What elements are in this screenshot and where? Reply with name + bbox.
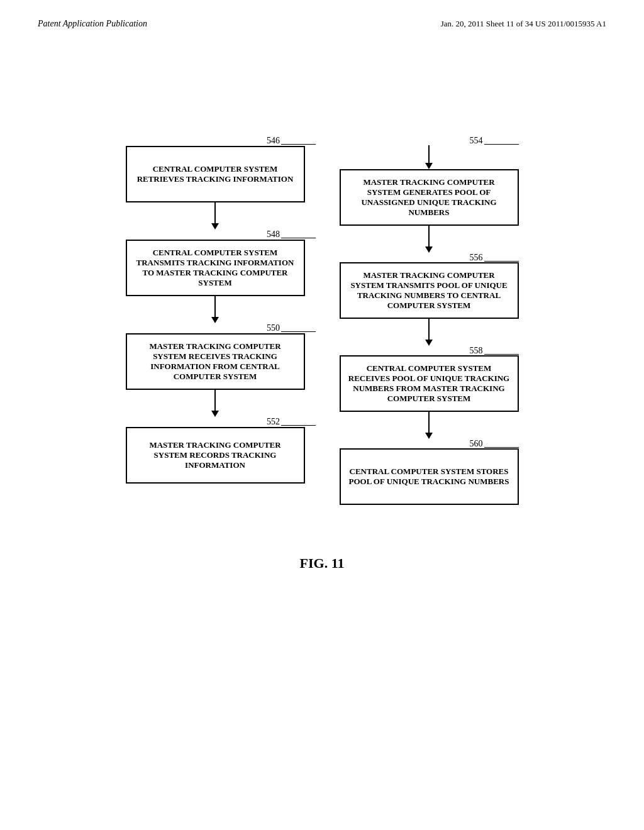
figure-caption: FIG. 11 — [0, 555, 644, 572]
step-558-text: CENTRAL COMPUTER SYSTEM RECEIVES POOL OF… — [348, 363, 510, 404]
step-560-tick — [484, 447, 519, 448]
step-556-text: MASTER TRACKING COMPUTER SYSTEM TRANSMIT… — [348, 270, 510, 311]
step-556-label-row: 556 — [340, 253, 519, 263]
step-554-tick — [484, 144, 519, 145]
step-546-tick — [281, 144, 316, 145]
step-552-number: 552 — [267, 417, 280, 427]
step-558-tick — [484, 354, 519, 355]
step-550-label: 550 — [267, 323, 316, 333]
step-552-label: 552 — [267, 417, 316, 427]
arrow-546-548 — [214, 202, 216, 224]
step-554-number: 554 — [470, 136, 483, 146]
step-550-text: MASTER TRACKING COMPUTER SYSTEM RECEIVES… — [135, 341, 296, 382]
step-554-text: MASTER TRACKING COMPUTER SYSTEM GENERATE… — [348, 177, 510, 218]
arrow-554-556 — [428, 226, 430, 248]
step-546-text: CENTRAL COMPUTER SYSTEM RETRIEVES TRACKI… — [135, 164, 296, 184]
publication-label: Patent Application Publication — [38, 19, 147, 29]
step-546-number: 546 — [267, 136, 280, 146]
arrow-558-560 — [428, 412, 430, 434]
top-incoming-arrow-container — [340, 145, 519, 164]
step-548-box: CENTRAL COMPUTER SYSTEM TRANSMITS TRACKI… — [126, 240, 305, 296]
step-546-label: 546 — [267, 136, 316, 146]
step-556-number: 556 — [470, 253, 483, 263]
step-556-box: MASTER TRACKING COMPUTER SYSTEM TRANSMIT… — [340, 262, 519, 319]
step-552-tick — [281, 425, 316, 426]
step-560-box: CENTRAL COMPUTER SYSTEM STORES POOL OF U… — [340, 448, 519, 505]
arrow-550-552 — [214, 390, 216, 412]
step-560-number: 560 — [470, 439, 483, 449]
right-column: 554 MASTER TRACKING COMPUTER SYSTEM GENE… — [328, 136, 530, 505]
step-554-box: MASTER TRACKING COMPUTER SYSTEM GENERATE… — [340, 169, 519, 226]
step-548-tick — [281, 238, 316, 238]
step-554-label-row: 554 — [340, 136, 519, 146]
step-560-text: CENTRAL COMPUTER SYSTEM STORES POOL OF U… — [348, 467, 510, 487]
step-560-label-row: 560 — [340, 439, 519, 449]
diagram-area: 546 CENTRAL COMPUTER SYSTEM RETRIEVES TR… — [0, 136, 644, 505]
patent-info: Jan. 20, 2011 Sheet 11 of 34 US 2011/001… — [441, 19, 606, 29]
top-incoming-arrowhead — [425, 163, 433, 169]
step-556-tick — [484, 261, 519, 262]
arrow-548-550 — [214, 296, 216, 318]
step-548-number: 548 — [267, 230, 280, 240]
left-column: 546 CENTRAL COMPUTER SYSTEM RETRIEVES TR… — [114, 136, 316, 484]
step-550-number: 550 — [267, 323, 280, 333]
arrow-556-558 — [428, 319, 430, 341]
step-548-label: 548 — [267, 230, 316, 240]
step-550-tick — [281, 331, 316, 332]
step-558-number: 558 — [470, 346, 483, 356]
top-incoming-arrow-line — [428, 145, 430, 164]
step-552-box: MASTER TRACKING COMPUTER SYSTEM RECORDS … — [126, 427, 305, 484]
step-558-label-row: 558 — [340, 346, 519, 356]
step-548-text: CENTRAL COMPUTER SYSTEM TRANSMITS TRACKI… — [135, 248, 296, 288]
step-546-box: CENTRAL COMPUTER SYSTEM RETRIEVES TRACKI… — [126, 146, 305, 202]
step-558-box: CENTRAL COMPUTER SYSTEM RECEIVES POOL OF… — [340, 355, 519, 412]
step-550-box: MASTER TRACKING COMPUTER SYSTEM RECEIVES… — [126, 333, 305, 390]
step-552-text: MASTER TRACKING COMPUTER SYSTEM RECORDS … — [135, 440, 296, 470]
page-header: Patent Application Publication Jan. 20, … — [0, 0, 644, 35]
